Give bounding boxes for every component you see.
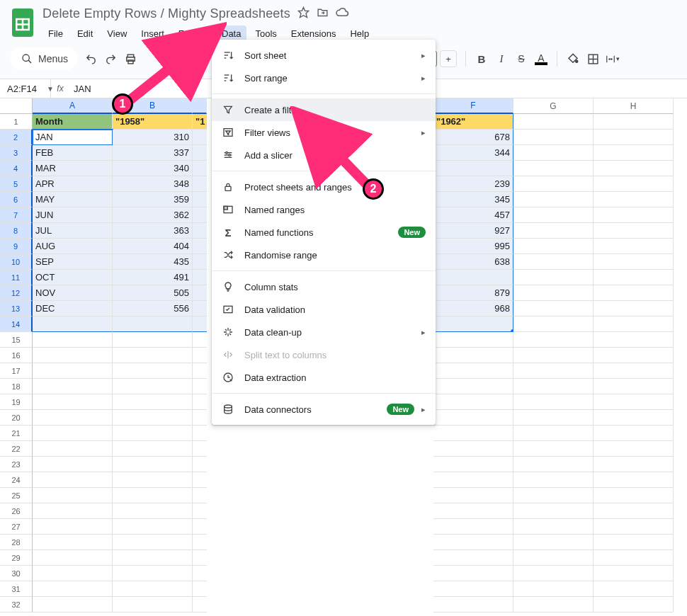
cell[interactable] <box>113 348 193 363</box>
row-header[interactable]: 21 <box>0 426 33 441</box>
cell[interactable] <box>113 472 193 488</box>
cell[interactable] <box>113 550 193 566</box>
cell[interactable] <box>594 519 674 535</box>
cell[interactable] <box>594 223 674 239</box>
cell[interactable] <box>594 363 674 379</box>
cell[interactable] <box>594 472 674 488</box>
cell[interactable]: Month <box>33 114 113 130</box>
cell[interactable] <box>594 566 674 581</box>
row-header[interactable]: 4 <box>0 161 33 176</box>
cell[interactable] <box>193 176 207 192</box>
cell[interactable] <box>113 379 193 394</box>
row-header[interactable]: 12 <box>0 285 33 301</box>
cell[interactable] <box>513 348 594 363</box>
cell[interactable] <box>594 130 674 145</box>
row-header[interactable]: 25 <box>0 488 33 503</box>
menu-filter-views[interactable]: Filter views ▸ <box>212 121 436 144</box>
cell[interactable] <box>513 316 594 332</box>
cell[interactable] <box>193 472 207 488</box>
cell[interactable] <box>594 145 674 161</box>
cell[interactable] <box>433 379 513 394</box>
cell[interactable] <box>433 363 513 379</box>
cell[interactable] <box>113 410 193 426</box>
cell[interactable] <box>33 566 113 581</box>
cell[interactable] <box>113 597 193 612</box>
cell[interactable]: 457 <box>433 207 513 223</box>
cell[interactable]: 363 <box>113 223 193 239</box>
cell[interactable] <box>594 270 674 285</box>
cell[interactable]: "1 <box>193 114 207 130</box>
row-header[interactable]: 24 <box>0 472 33 488</box>
cell[interactable] <box>513 535 594 550</box>
cell[interactable] <box>513 254 594 270</box>
cell[interactable] <box>513 145 594 161</box>
cell[interactable] <box>433 488 513 503</box>
cell[interactable] <box>433 426 513 441</box>
cell[interactable] <box>594 285 674 301</box>
menu-data-extraction[interactable]: Data extraction <box>212 366 436 389</box>
cell[interactable] <box>193 394 207 410</box>
row-header[interactable]: 29 <box>0 550 33 566</box>
cell[interactable] <box>193 550 207 566</box>
cell[interactable] <box>433 161 513 176</box>
cell[interactable] <box>594 316 674 332</box>
bold-icon[interactable]: B <box>475 52 489 66</box>
name-box[interactable]: A2:F14 ▼ <box>0 79 51 98</box>
cell[interactable]: JAN <box>33 130 113 145</box>
cell[interactable] <box>433 441 513 457</box>
cell[interactable] <box>33 519 113 535</box>
cell[interactable]: 678 <box>433 130 513 145</box>
cell[interactable] <box>513 301 594 316</box>
cell[interactable]: 239 <box>433 176 513 192</box>
row-header[interactable]: 16 <box>0 348 33 363</box>
cloud-status-icon[interactable] <box>336 6 349 21</box>
cell[interactable] <box>433 472 513 488</box>
row-header[interactable]: 13 <box>0 301 33 316</box>
cell[interactable] <box>33 503 113 519</box>
cell[interactable]: FEB <box>33 145 113 161</box>
cell[interactable]: 638 <box>433 254 513 270</box>
cell[interactable] <box>513 488 594 503</box>
cell[interactable] <box>513 566 594 581</box>
cell[interactable]: 344 <box>433 145 513 161</box>
text-color-icon[interactable]: A <box>534 52 548 66</box>
cell[interactable] <box>433 457 513 472</box>
cell[interactable] <box>594 301 674 316</box>
cell[interactable] <box>33 597 113 612</box>
menu-file[interactable]: File <box>42 25 69 42</box>
cell[interactable]: 337 <box>113 145 193 161</box>
cell[interactable] <box>594 426 674 441</box>
row-header[interactable]: 7 <box>0 207 33 223</box>
menu-insert[interactable]: Insert <box>135 25 170 42</box>
row-header[interactable]: 18 <box>0 379 33 394</box>
cell[interactable] <box>433 394 513 410</box>
cell[interactable] <box>433 503 513 519</box>
row-header[interactable]: 20 <box>0 410 33 426</box>
menus-search[interactable]: Menus <box>10 47 78 70</box>
row-header[interactable]: 14 <box>0 316 33 332</box>
print-icon[interactable] <box>123 52 137 66</box>
cell[interactable] <box>193 535 207 550</box>
cell[interactable] <box>513 472 594 488</box>
cell[interactable] <box>594 394 674 410</box>
menu-sort-sheet[interactable]: Sort sheet ▸ <box>212 44 436 67</box>
cell[interactable] <box>513 581 594 597</box>
cell[interactable]: 927 <box>433 223 513 239</box>
cell[interactable]: 310 <box>113 130 193 145</box>
cell[interactable] <box>433 550 513 566</box>
font-size-increase[interactable]: + <box>440 50 457 67</box>
cell[interactable]: 362 <box>113 207 193 223</box>
cell[interactable] <box>433 535 513 550</box>
cell[interactable] <box>113 581 193 597</box>
cell[interactable]: 556 <box>113 301 193 316</box>
redo-icon[interactable] <box>103 52 118 66</box>
cell[interactable] <box>193 239 207 254</box>
cell[interactable]: 348 <box>113 176 193 192</box>
cell[interactable] <box>193 519 207 535</box>
cell[interactable]: MAR <box>33 161 113 176</box>
strikethrough-icon[interactable]: S <box>514 52 528 66</box>
menu-column-stats[interactable]: Column stats <box>212 275 436 298</box>
row-header[interactable]: 5 <box>0 176 33 192</box>
cell[interactable] <box>594 550 674 566</box>
row-header[interactable]: 23 <box>0 457 33 472</box>
